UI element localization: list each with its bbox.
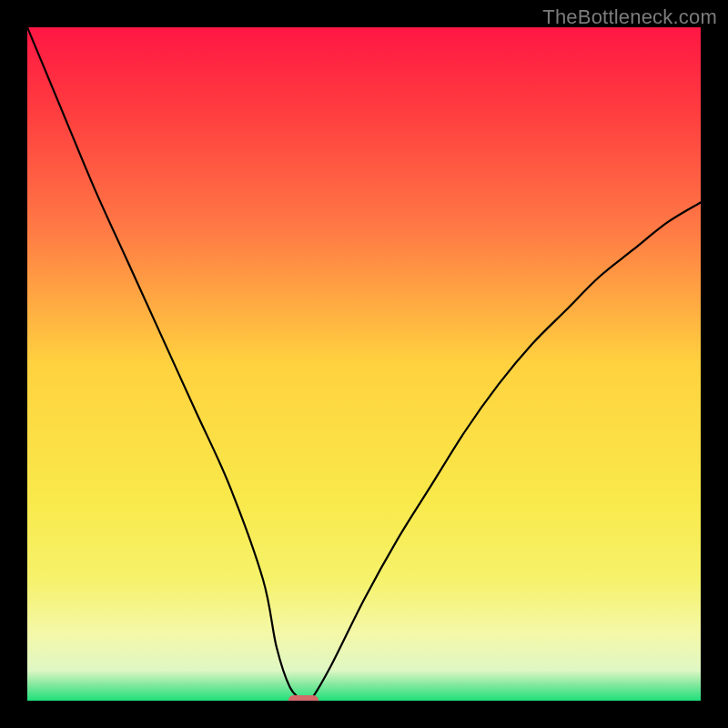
plot-area — [27, 27, 701, 701]
highlight-marker — [288, 695, 318, 701]
chart-frame: TheBottleneck.com — [0, 0, 728, 728]
attribution-text: TheBottleneck.com — [542, 5, 717, 29]
chart-svg — [27, 27, 701, 701]
